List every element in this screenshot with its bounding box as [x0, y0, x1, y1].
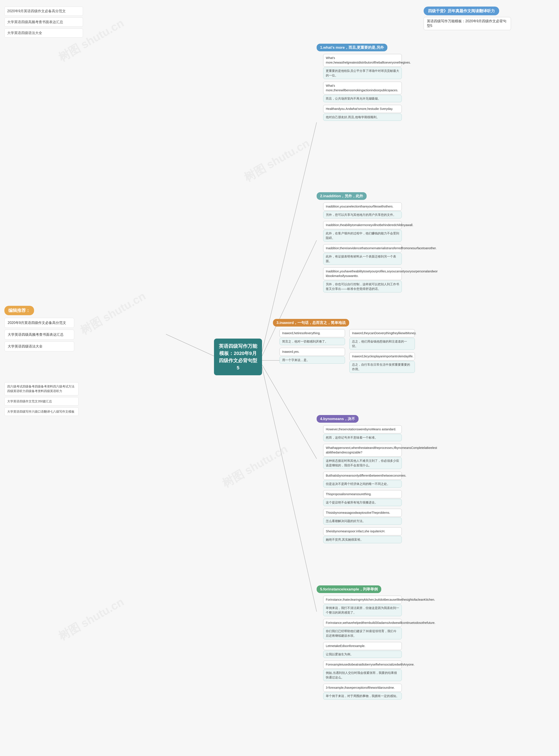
top-right-badge: 四级干货》历年真题作文阅读翻译听力 — [424, 6, 499, 15]
s4-n2-zh: 这种状态接近时和其他人不难关注到了，你必须多少应该是继续的，我但不会发现什么。 — [323, 457, 402, 469]
s3-n3-en: Inaword,theycanDoeverythingtheylikewitMo… — [349, 329, 415, 337]
left-info-2: 大学英语四级高频考查书面表达汇总 — [4, 18, 83, 27]
recommend-1: 2020年9月英语四级作文必备高分范文 — [4, 318, 74, 328]
s4-n4-zh: 这个提议绝不会被所有地方很搬进去。 — [323, 499, 402, 506]
recommend-2: 大学英语四级高频考查书面表达汇总 — [4, 330, 74, 340]
s2-node4: Inaddition,youhavetheabilitytosetyourpro… — [323, 267, 402, 292]
section3-label: 3.inaword，一句话，总而言之，简单地说 — [273, 319, 349, 327]
watermark-3: 树图 shutu.cn — [77, 289, 149, 338]
s4-n1-zh: 然而，这些记号并不意味着一个标准。 — [323, 434, 402, 441]
s2-n3-zh: 此外，有证据表明有材料从一个表面迁移到另一个表面。 — [323, 253, 402, 265]
s2-n1-en: Inaddition,youcanelectionthareyourfilesw… — [323, 202, 402, 210]
s2-node2: Inaddition,theabilitytomakermoneyvillnot… — [323, 221, 402, 242]
section4: 4.bynomeans，决不 However,thesenotationswer… — [317, 415, 402, 546]
s4-n2-en: Whathappensnext,whenthestateandtheproces… — [323, 444, 402, 457]
s5-node1: Forinstance,Ihateclearingmykitchen,butId… — [323, 596, 402, 616]
section3-nodes: Inaword,hetiresofeverything. 简言之，他对一切都感到… — [280, 329, 415, 376]
left-bottom-items: 四六级考试四级备考四级备考资料四六级考试方法四级英语听力四级备考资料四级英语听力… — [4, 382, 79, 418]
s5-n1-zh: 举例来说，我打不清洁厨房，但做这是因为我喜欢到一个整洁的厨房感觉了。 — [323, 604, 402, 616]
section2: 2.inaddition，另外，此外 Inaddition,youcanelec… — [317, 192, 402, 295]
s5-n1-en: Forinstance,Ihateclearingmykitchen,butId… — [323, 596, 402, 604]
s3-n2-en: Inaword,yes. — [280, 348, 345, 356]
s1-node3: Healthandyou.Andwhat'smore,hestudie Sver… — [323, 105, 402, 121]
s4-node1: However,thesenotationswerebynoMeans asta… — [323, 425, 402, 441]
s2-n4-en: Inaddition,youhavetheabilitytosetyourpro… — [323, 267, 402, 280]
section1-nodes: What's more,hewasthelgreatestdistributor… — [323, 54, 402, 121]
s5-n5-zh: 举个例子来说，对于周围的事物，我拥有一定的感知。 — [323, 692, 402, 699]
section1-label: 1.what's more，而且,更重要的是,另外 — [317, 44, 387, 51]
left-info-1: 2020年9月英语四级作文必备高分范文 — [4, 6, 83, 16]
svg-line-4 — [262, 367, 317, 612]
s3-node3: Inaword,theycanDoeverythingtheylikewitMo… — [349, 329, 415, 350]
section2-nodes: Inaddition,youcanelectionthareyourfilesw… — [323, 202, 402, 292]
section3: 3.inaword，一句话，总而言之，简单地说 Inaword,hetireso… — [273, 319, 415, 376]
s4-n6-en: Sheisbynomeanspoor:infact,she isquiteric… — [323, 527, 402, 535]
top-right-sub: 英语四级写作万能模板：2020年9月四级作文必背句型5 — [424, 17, 511, 30]
s5-n2-zh: 你们我们已经帮助他们建设了30座堤坝培育，我们今后还将继续建设水坝。 — [323, 627, 402, 639]
s3-col1: Inaword,hetiresofeverything. 简言之，他对一切都感到… — [280, 329, 345, 376]
s1-n3-zh: 他对自己朋友好,而且,他每学期很顺利。 — [323, 114, 402, 121]
s3-n2-zh: 用一个字来说，是。 — [280, 356, 345, 364]
s3-n4-zh: 总之，自行车在日常生活中发挥重要重要的作用。 — [349, 361, 415, 373]
s5-node5: 3-forexample,ihaveperceptionoftheworldar… — [323, 684, 402, 699]
s3-n4-en: Inaword,bicyclesplayanimportantroleinday… — [349, 352, 415, 360]
s5-n3-zh: 让我以爱迪生为例。 — [323, 651, 402, 658]
section5-nodes: Forinstance,Ihateclearingmykitchen,butId… — [323, 596, 402, 699]
s1-n3-en: Healthandyou.Andwhat'smore,hestudie Sver… — [323, 105, 402, 113]
s4-node2: Whathappensnext,whenthestateandtheproces… — [323, 444, 402, 469]
s3-left-right: Inaword,hetiresofeverything. 简言之，他对一切都感到… — [280, 329, 415, 376]
s4-n5-zh: 怎么看都解决问题的好方法。 — [323, 517, 402, 525]
s5-n4-en: Forexampleiusedtobeatraidtoberryselfwhen… — [323, 661, 402, 669]
section4-label: 4.bynomeans，决不 — [317, 415, 359, 423]
s5-n3-en: LetmetakeEdisonforexample. — [323, 642, 402, 650]
s4-n6-zh: 她绝不贫穷,其实她很富裕。 — [323, 536, 402, 543]
s3-node2: Inaword,yes. 用一个字来说，是。 — [280, 348, 345, 364]
s3-n1-zh: 简言之，他对一切都感到厌倦了。 — [280, 338, 345, 345]
s1-n1-en: What's more,hewasthelgreatestdistributor… — [323, 54, 402, 67]
s4-n4-en: Thisproposalisnomeanssurething. — [323, 490, 402, 498]
connector-lines — [0, 0, 559, 756]
s2-node1: Inaddition,youcanelectionthareyourfilesw… — [323, 202, 402, 218]
s2-n2-en: Inaddition,theabilitytomakermoneyvillnot… — [323, 221, 402, 229]
s4-n3-zh: 但是这决不是两个经济体之间的唯一不同之处。 — [323, 480, 402, 488]
s5-n4-zh: 例如,当遇到别人交往时我会很紧张而，我要的结果很快通过这么。 — [323, 669, 402, 681]
s5-node3: LetmetakeEdisonforexample. 让我以爱迪生为例。 — [323, 642, 402, 658]
section1: 1.what's more，而且,更重要的是,另外 What's more,he… — [317, 44, 402, 124]
s1-node2: What's more,therewillbenosmokingactionin… — [323, 82, 402, 102]
top-left-info: 2020年9月英语四级作文必备高分范文 大学英语四级高频考查书面表达汇总 大学英… — [4, 6, 83, 39]
svg-line-3 — [262, 365, 317, 459]
left-panel: 编辑推荐： 2020年9月英语四级作文必备高分范文 大学英语四级高频考查书面表达… — [4, 306, 74, 353]
s2-node3: Inaddition;thereisevidencethatsomemateri… — [323, 244, 402, 265]
mindmap-container: 树图 shutu.cn 树图 shutu.cn 树图 shutu.cn 树图 s… — [0, 0, 559, 756]
svg-line-0 — [262, 122, 317, 352]
watermark-4: 树图 shutu.cn — [220, 442, 290, 491]
s5-n2-en: Forinstance,wehavehelpedthembuild30adams… — [323, 619, 402, 627]
s5-node2: Forinstance,wehavehelpedthembuild30adams… — [323, 619, 402, 639]
left-bottom-3: 大学英语四级写作六级口语翻译七八级写作文模板 — [4, 407, 79, 416]
s3-n1-en: Inaword,hetiresofeverything. — [280, 329, 345, 337]
s4-n5-en: ThisisbynomeasagoodwaytosolveTheproblems… — [323, 509, 402, 517]
s4-node4: Thisproposalisnomeanssurething. 这个提议绝不会被… — [323, 490, 402, 506]
central-node: 英语四级写作万能模板：2020年9月四级作文必背句型5 — [214, 338, 262, 375]
s3-col2: Inaword,theycanDoeverythingtheylikewitMo… — [349, 329, 415, 376]
central-node-text: 英语四级写作万能模板：2020年9月四级作文必背句型5 — [219, 343, 257, 371]
section4-nodes: However,thesenotationswerebynoMeans asta… — [323, 425, 402, 543]
s2-n3-en: Inaddition;thereisevidencethatsomemateri… — [323, 244, 402, 252]
s3-node1: Inaword,hetiresofeverything. 简言之，他对一切都感到… — [280, 329, 345, 345]
s1-n2-en: What's more,therewillbenosmokingactionin… — [323, 82, 402, 94]
left-bottom-1: 四六级考试四级备考四级备考资料四六级考试方法四级英语听力四级备考资料四级英语听力 — [4, 382, 79, 395]
left-bottom-2: 大学英语四级作文范文350篇汇总 — [4, 397, 79, 406]
s4-n3-en: Butthatisbynomeansonlydifferentbetweenth… — [323, 472, 402, 480]
s2-n1-zh: 另外，您可以共享与其他地方的用户共享您的文件。 — [323, 211, 402, 218]
s2-n4-zh: 另外，你也可以自行控制，这样就可以把别人到工作书签又分享出——标准令您觉得舒适的… — [323, 281, 402, 292]
s4-node6: Sheisbynomeanspoor:infact,she isquiteric… — [323, 527, 402, 543]
left-info-3: 大学英语四级语法大全 — [4, 28, 83, 38]
s1-n2-zh: 而且，公共场所室内不再允许无烟吸烟。 — [323, 95, 402, 102]
s4-node3: Butthatisbynomeansonlydifferentbetweenth… — [323, 472, 402, 488]
s5-node4: Forexampleiusedtobeatraidtoberryselfwhen… — [323, 661, 402, 681]
s4-n1-en: However,thesenotationswerebynoMeans asta… — [323, 425, 402, 433]
section2-label: 2.inaddition，另外，此外 — [317, 192, 366, 200]
watermark-2: 树图 shutu.cn — [241, 136, 312, 185]
s4-node5: ThisisbynomeasagoodwaytosolveTheproblems… — [323, 509, 402, 525]
section5-label: 5.forinstance/example，列举举例 — [317, 585, 381, 593]
